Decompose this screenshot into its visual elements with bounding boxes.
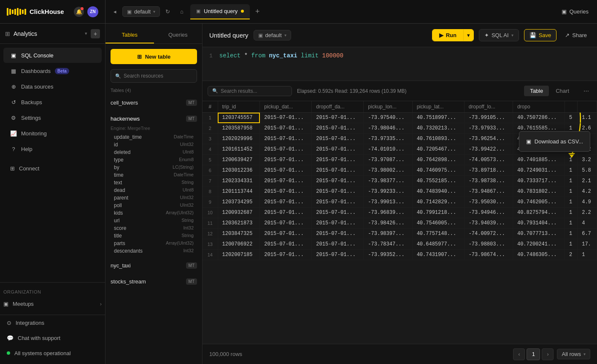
table-cell[interactable]: 2015-07-01... xyxy=(312,165,364,176)
results-search-input[interactable] xyxy=(221,88,287,94)
table-cell[interactable]: 2015-07-01... xyxy=(312,186,364,197)
table-cell[interactable]: -73.97335... xyxy=(364,134,412,144)
table-cell[interactable]: 2015-07-01... xyxy=(260,144,312,155)
results-search-box[interactable]: 🔍 xyxy=(208,86,292,96)
table-cell[interactable]: 40.7546005... xyxy=(412,218,464,229)
table-cell-extra2[interactable]: 5.8 xyxy=(578,165,597,176)
table-cell[interactable]: 1 xyxy=(203,113,218,123)
table-cell[interactable]: 5 xyxy=(203,155,218,165)
table-item-cell-towers[interactable]: cell_towers MT xyxy=(105,94,202,111)
connect-button[interactable]: ⊞ Connect xyxy=(3,161,102,176)
table-cell[interactable]: -73.99422... xyxy=(464,144,513,155)
table-cell[interactable]: 2015-07-01... xyxy=(312,229,364,239)
share-button[interactable]: ↗ Share xyxy=(562,30,590,41)
home-button[interactable]: ⌂ xyxy=(175,5,189,19)
sidebar-item-monitoring[interactable]: 📈 Monitoring xyxy=(3,126,102,141)
table-cell[interactable]: 2015-07-01... xyxy=(260,123,312,134)
table-cell[interactable]: 40.7507286... xyxy=(513,113,565,123)
table-cell[interactable]: -73.98674... xyxy=(464,250,513,260)
table-cell[interactable]: 2015-07-01... xyxy=(260,218,312,229)
table-cell[interactable]: 2015-07-01... xyxy=(260,176,312,186)
table-cell[interactable]: 40.7249031... xyxy=(513,165,565,176)
analytics-add-button[interactable]: + xyxy=(91,29,100,38)
table-item-hackernews[interactable]: hackernews MT Engine: MergeTree update_t… xyxy=(105,111,202,257)
table-cell-extra2[interactable]: 1 xyxy=(578,250,597,260)
table-cell[interactable]: -73.99013... xyxy=(364,197,412,208)
table-cell[interactable]: 40.7431907... xyxy=(412,250,464,260)
table-cell[interactable]: 2015-07-01... xyxy=(312,197,364,208)
col-header-pickup-date[interactable]: pickup_dat... xyxy=(260,101,312,113)
table-cell[interactable]: 2015-07-01... xyxy=(312,155,364,165)
table-cell-extra1[interactable]: 1 xyxy=(565,239,577,250)
col-header-dropoff-date[interactable]: dropoff_da... xyxy=(312,101,364,113)
table-cell[interactable]: -73.78347... xyxy=(364,239,412,250)
view-tab-table[interactable]: Table xyxy=(524,86,549,96)
table-cell-extra1[interactable]: 1 xyxy=(565,186,577,197)
table-cell[interactable]: 40.7142829... xyxy=(412,197,464,208)
table-cell[interactable]: 1201611452 xyxy=(218,144,260,155)
col-header-pickup-lon[interactable]: pickup_lon... xyxy=(364,101,412,113)
table-cell[interactable]: 2015-07-01... xyxy=(312,208,364,218)
col-header-pickup-lat[interactable]: pickup_lat... xyxy=(412,101,464,113)
table-cell-extra2[interactable]: 6.7 xyxy=(578,229,597,239)
table-cell[interactable]: 2015-07-01... xyxy=(260,250,312,260)
org-item-meetups[interactable]: ▣ Meetups › xyxy=(0,296,105,311)
table-cell[interactable]: 40.7205467... xyxy=(412,144,464,155)
table-cell-extra2[interactable]: 1.1 xyxy=(578,113,597,123)
table-cell[interactable]: -74.01010... xyxy=(364,144,412,155)
table-cell[interactable]: 11 xyxy=(203,218,218,229)
table-cell[interactable]: 2015-07-01... xyxy=(260,186,312,197)
table-cell[interactable]: 2015-07-01... xyxy=(260,113,312,123)
col-header-dropoff-lon[interactable]: dropoff_lo... xyxy=(464,101,513,113)
table-cell[interactable]: 2015-07-01... xyxy=(312,239,364,250)
table-cell[interactable]: 9 xyxy=(203,197,218,208)
table-cell[interactable]: -73.99105... xyxy=(464,113,513,123)
table-cell[interactable]: -73.96254... xyxy=(464,134,513,144)
tab-item-untitled-query[interactable]: ▣ Untitled query xyxy=(190,4,250,19)
table-cell[interactable]: 4 xyxy=(203,144,218,155)
refresh-button[interactable]: ↻ xyxy=(162,6,173,18)
table-cell[interactable]: 1203847325 xyxy=(218,229,260,239)
sidebar-item-chat-support[interactable]: 💬 Chat with support xyxy=(3,330,102,345)
table-cell[interactable]: 40.7552185... xyxy=(412,176,464,186)
table-cell-extra2[interactable]: 2.1 xyxy=(578,176,597,186)
table-cell[interactable]: 14 xyxy=(203,250,218,260)
table-cell-extra1[interactable]: 1 xyxy=(565,218,577,229)
sql-editor[interactable]: 1 select * from nyc_taxi limit 100000 xyxy=(203,47,597,81)
table-cell-extra1[interactable]: 1 xyxy=(565,197,577,208)
col-header-dropoff-lat[interactable]: dropo xyxy=(513,101,565,113)
table-cell[interactable]: 2015-07-01... xyxy=(312,113,364,123)
next-page-button[interactable]: › xyxy=(542,348,554,360)
table-cell[interactable]: 40.7483940... xyxy=(412,186,464,197)
table-cell[interactable]: 40.7401885... xyxy=(513,155,565,165)
table-cell[interactable]: 2015-07-01... xyxy=(312,144,364,155)
table-cell-extra2[interactable]: 4 xyxy=(578,218,597,229)
table-cell[interactable]: 40.7991218... xyxy=(412,208,464,218)
table-cell-extra2[interactable]: 4.9 xyxy=(578,197,597,208)
table-cell[interactable]: 40.7642898... xyxy=(412,155,464,165)
sidebar-item-sql-console[interactable]: ▣ SQL Console xyxy=(3,48,102,63)
table-cell[interactable]: -73.97087... xyxy=(364,155,412,165)
table-cell-extra1[interactable]: 1 xyxy=(565,229,577,239)
table-cell[interactable]: 1202007185 xyxy=(218,250,260,260)
search-resources-box[interactable]: 🔍 xyxy=(111,69,197,83)
table-cell[interactable]: 6 xyxy=(203,165,218,176)
sidebar-item-data-sources[interactable]: ⊕ Data sources xyxy=(3,79,102,94)
table-cell[interactable]: 2015-07-01... xyxy=(312,123,364,134)
table-cell[interactable]: 12 xyxy=(203,229,218,239)
table-cell[interactable]: 40.7320213... xyxy=(412,123,464,134)
table-cell[interactable]: -73.97540... xyxy=(364,113,412,123)
col-header-trip-id[interactable]: trip_id xyxy=(218,101,260,113)
new-table-button[interactable]: ⊞ New table xyxy=(111,49,197,64)
table-cell[interactable]: -73.99233... xyxy=(364,186,412,197)
table-cell[interactable]: 2015-07-01... xyxy=(260,197,312,208)
download-csv-item[interactable]: ▣ Download as CSV... xyxy=(519,135,590,148)
table-cell[interactable]: -73.98738... xyxy=(464,176,513,186)
table-cell[interactable]: -73.94946... xyxy=(464,208,513,218)
table-cell[interactable]: 8 xyxy=(203,186,218,197)
table-cell[interactable]: 1203012236 xyxy=(218,165,260,176)
table-cell[interactable]: 2015-07-01... xyxy=(260,155,312,165)
table-cell[interactable]: -74.00972... xyxy=(464,229,513,239)
notification-bell-button[interactable]: 🔔 xyxy=(74,7,84,17)
table-cell[interactable]: 1203587958 xyxy=(218,123,260,134)
